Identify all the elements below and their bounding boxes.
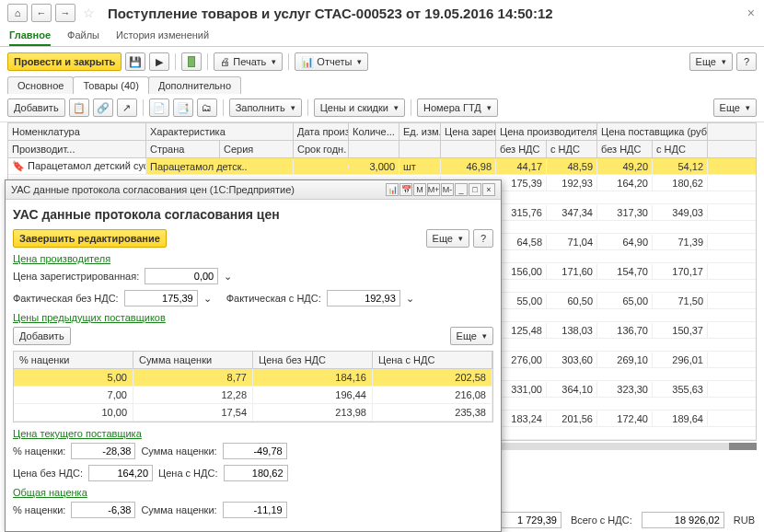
col-mfr[interactable]: Производит... — [8, 141, 146, 157]
tot-sum-input[interactable] — [223, 502, 287, 518]
col-mfr-nv[interactable]: без НДС — [496, 141, 547, 157]
list-item[interactable]: 10,0017,54213,98235,38 — [14, 404, 492, 422]
tool-button-2[interactable]: 📄 — [149, 98, 169, 117]
tot-sum-label: Сумма наценки: — [141, 504, 216, 515]
close-icon[interactable]: × — [747, 6, 755, 20]
m-clear-icon[interactable]: M — [413, 183, 426, 196]
finish-edit-button[interactable]: Завершить редактирование — [13, 229, 167, 248]
gtd-button[interactable]: Номера ГТД — [417, 98, 498, 117]
tool-button-3[interactable]: 📑 — [173, 98, 193, 117]
subtab-main[interactable]: Основное — [7, 76, 74, 94]
table-row[interactable]: 🔖 Парацетамол детский сусп... Парацетамо… — [8, 158, 756, 175]
total-value[interactable] — [642, 512, 724, 528]
col-price-reg[interactable]: Цена зарег. — [441, 123, 496, 140]
cur-v-input[interactable] — [224, 465, 288, 481]
list-item[interactable]: 5,008,77184,16202,58 — [14, 369, 492, 387]
cur-nv-label: Цена без НДС: — [13, 468, 83, 479]
col-expiry[interactable]: Срок годн. — [294, 141, 349, 157]
fact-v-input[interactable] — [327, 290, 400, 306]
col-sup-nv[interactable]: без НДС — [597, 141, 653, 157]
fact-v-label: Фактическая с НДС: — [226, 293, 321, 304]
section-current-supplier: Цена текущего поставщика — [13, 428, 493, 439]
col-characteristic[interactable]: Характеристика — [146, 123, 294, 140]
reports-button[interactable]: 📊 Отчеты — [295, 52, 368, 71]
add-row-button[interactable]: Добавить — [7, 98, 65, 117]
col-price-no-vat[interactable]: Цена без НДС — [253, 352, 373, 368]
sub-tabs: Основное Товары (40) Дополнительно — [0, 76, 764, 94]
col-series[interactable]: Серия — [220, 141, 294, 157]
modal-window-title: УАС данные протокола согласования цен (1… — [11, 184, 295, 195]
cur-nv-input[interactable] — [88, 465, 153, 481]
price-protocol-modal: УАС данные протокола согласования цен (1… — [5, 179, 502, 532]
cur-v-label: Цена с НДС: — [158, 468, 217, 479]
maximize-icon[interactable]: □ — [469, 183, 481, 196]
total-label: Всего с НДС: — [571, 515, 632, 526]
col-country[interactable]: Страна — [146, 141, 220, 157]
col-price-with-vat[interactable]: Цена с НДС — [373, 352, 492, 368]
favorite-icon[interactable]: ☆ — [83, 6, 95, 20]
modal-add-button[interactable]: Добавить — [13, 327, 71, 345]
col-date[interactable]: Дата произв. — [294, 123, 349, 140]
section-mfr-price: Цена производителя — [13, 253, 493, 264]
help-button[interactable]: ? — [736, 52, 757, 71]
fact-nv-input[interactable] — [124, 290, 198, 306]
tab-main[interactable]: Главное — [9, 26, 51, 46]
col-nomenclature[interactable]: Номенклатура — [8, 123, 146, 140]
date-icon[interactable]: 📅 — [399, 183, 412, 196]
forward-button[interactable]: → — [55, 4, 75, 22]
col-qty[interactable]: Количе... — [349, 123, 399, 140]
col-markup-pct[interactable]: % наценки — [14, 352, 133, 368]
grid-more-button[interactable]: Еще — [713, 98, 757, 117]
m-plus-icon[interactable]: M+ — [427, 183, 440, 196]
col-mfr-v[interactable]: с НДС — [547, 141, 597, 157]
copy-button[interactable]: 📋 — [69, 98, 89, 117]
modal-more-button[interactable]: Еще — [426, 229, 469, 248]
tab-history[interactable]: История изменений — [116, 26, 209, 46]
cur-sum-label: Сумма наценки: — [141, 445, 216, 457]
list-item[interactable]: 7,0012,28196,44216,08 — [14, 387, 492, 404]
more-button[interactable]: Еще — [689, 52, 733, 71]
print-button[interactable]: 🖨 Печать — [214, 52, 283, 71]
col-sup-v[interactable]: с НДС — [653, 141, 708, 157]
post-and-close-button[interactable]: Провести и закрыть — [7, 52, 122, 71]
subtab-extra[interactable]: Дополнительно — [148, 76, 241, 94]
share-button[interactable]: ↗ — [117, 98, 137, 117]
cur-sum-input[interactable] — [223, 443, 287, 459]
minimize-icon[interactable]: _ — [455, 183, 468, 196]
fill-button[interactable]: Заполнить — [229, 98, 302, 117]
modal-prev-more-button[interactable]: Еще — [450, 327, 493, 345]
section-total-markup: Общая наценка — [13, 487, 493, 498]
tab-files[interactable]: Файлы — [67, 26, 99, 46]
currency: RUB — [734, 515, 755, 526]
nav-tabs: Главное Файлы История изменений — [0, 26, 764, 47]
tool-button-1[interactable] — [181, 52, 202, 71]
cur-pct-label: % наценки: — [13, 445, 65, 457]
reg-price-input[interactable] — [145, 268, 218, 284]
tot-pct-input[interactable] — [71, 502, 135, 518]
subtab-goods[interactable]: Товары (40) — [73, 76, 148, 94]
window-toolbar: ⌂ ← → ☆ Поступление товаров и услуг СТАС… — [0, 0, 764, 26]
section-prev-suppliers: Цены предыдущих поставщиков — [13, 312, 493, 323]
prev-suppliers-grid: % наценки Сумма наценки Цена без НДС Цен… — [13, 351, 493, 422]
col-uom[interactable]: Ед. изм. — [399, 123, 441, 140]
save-button[interactable]: 💾 — [125, 52, 145, 71]
home-button[interactable]: ⌂ — [7, 4, 28, 22]
col-price-sup[interactable]: Цена поставщика (руб.) — [597, 123, 708, 140]
calc-icon[interactable]: 📊 — [386, 183, 399, 196]
back-button[interactable]: ← — [31, 4, 52, 22]
cur-pct-input[interactable] — [71, 443, 135, 459]
tool-button-4[interactable]: 🗂 — [197, 98, 217, 117]
reg-price-label: Цена зарегистрированная: — [13, 271, 139, 282]
col-price-mfr[interactable]: Цена производителя — [496, 123, 597, 140]
post-button[interactable]: ▶ — [149, 52, 169, 71]
link-button[interactable]: 🔗 — [93, 98, 113, 117]
page-title: Поступление товаров и услуг СТАС-000523 … — [108, 6, 553, 21]
tot-pct-label: % наценки: — [13, 504, 65, 515]
m-minus-icon[interactable]: M- — [441, 183, 454, 196]
generic-icon — [188, 56, 195, 67]
col-markup-sum[interactable]: Сумма наценки — [133, 352, 253, 368]
grid-toolbar: Добавить 📋 🔗 ↗ 📄 📑 🗂 Заполнить Цены и ск… — [0, 94, 764, 122]
prices-button[interactable]: Цены и скидки — [314, 98, 405, 117]
modal-help-button[interactable]: ? — [473, 229, 493, 248]
modal-close-icon[interactable]: × — [482, 183, 495, 196]
